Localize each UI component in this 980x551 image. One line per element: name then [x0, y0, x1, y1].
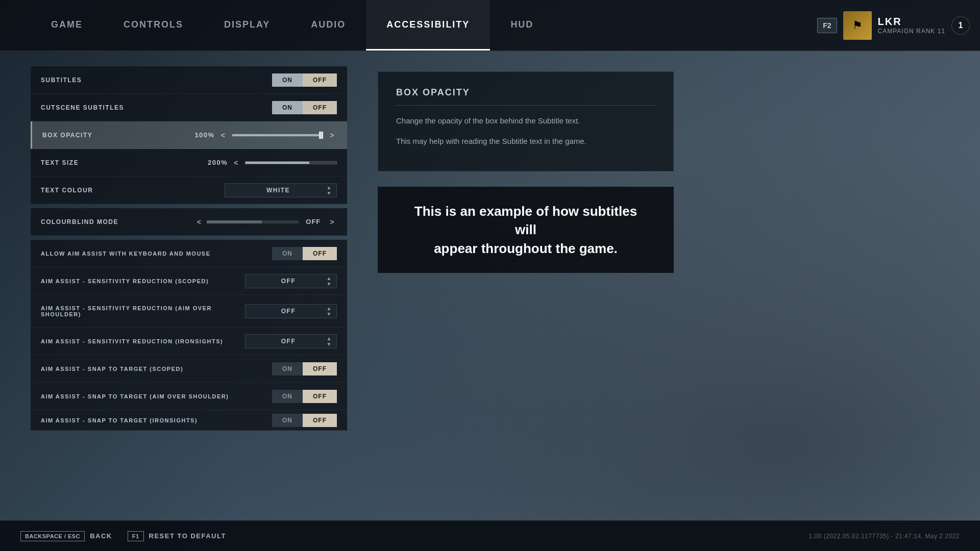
setting-cutscene-subtitles: CUTSCENE SUBTITLES ON OFF [31, 94, 347, 121]
tab-game[interactable]: GAME [31, 0, 103, 51]
setting-box-opacity: BOX OPACITY 100% < > [31, 121, 347, 149]
aim-snap-aim-over-label: AIM ASSIST - SNAP TO TARGET (AIM OVER SH… [41, 393, 272, 399]
nav-bar: GAME CONTROLS DISPLAY AUDIO ACCESSIBILIT… [0, 0, 980, 51]
setting-colourblind: COLOURBLIND MODE < OFF > [31, 208, 347, 236]
aim-sensitivity-aim-over-dropdown[interactable]: OFF ▲▼ [245, 304, 337, 318]
box-opacity-label: BOX OPACITY [42, 132, 192, 139]
setting-aim-snap-aim-over: AIM ASSIST - SNAP TO TARGET (AIM OVER SH… [31, 383, 347, 410]
chevron-down-icon-2: ▲▼ [327, 276, 332, 287]
tab-accessibility[interactable]: ACCESSIBILITY [366, 0, 490, 51]
info-title: BOX OPACITY [396, 87, 655, 106]
tab-audio[interactable]: AUDIO [290, 0, 366, 51]
info-box: BOX OPACITY Change the opacity of the bo… [378, 71, 674, 171]
aim-snap-aim-over-toggle: ON OFF [272, 390, 337, 403]
setting-aim-snap-scoped: AIM ASSIST - SNAP TO TARGET (SCOPED) ON … [31, 355, 347, 383]
aim-snap-scoped-label: AIM ASSIST - SNAP TO TARGET (SCOPED) [41, 366, 272, 372]
aim-sensitivity-ironsights-dropdown[interactable]: OFF ▲▼ [245, 334, 337, 348]
settings-panel: SUBTITLES ON OFF CUTSCENE SUBTITLES ON O… [0, 51, 347, 551]
colourblind-value: OFF [306, 218, 321, 226]
aim-sensitivity-scoped-label: AIM ASSIST - SENSITIVITY REDUCTION (SCOP… [41, 278, 245, 284]
setting-subtitles-label: SUBTITLES [41, 77, 272, 84]
aim-sensitivity-ironsights-label: AIM ASSIST - SENSITIVITY REDUCTION (IRON… [41, 338, 245, 344]
version-text: 1.00 (2022.05.02.1177735) - 21:47:14, Ma… [808, 533, 960, 540]
info-description-1: Change the opacity of the box behind the… [396, 115, 655, 127]
aim-snap-scoped-on-btn[interactable]: ON [272, 362, 303, 375]
box-opacity-fill [232, 134, 321, 136]
allow-aim-assist-label: ALLOW AIM ASSIST WITH KEYBOARD AND MOUSE [41, 251, 272, 257]
aim-snap-scoped-toggle: ON OFF [272, 362, 337, 375]
info-description-2: This may help with reading the Subtitle … [396, 135, 655, 147]
box-opacity-value: 100% [192, 131, 215, 139]
tab-controls[interactable]: CONTROLS [103, 0, 204, 51]
main-content: SUBTITLES ON OFF CUTSCENE SUBTITLES ON O… [0, 51, 980, 551]
aim-snap-aim-over-on-btn[interactable]: ON [272, 390, 303, 403]
text-size-value: 200% [205, 159, 228, 166]
setting-aim-sensitivity-scoped: AIM ASSIST - SENSITIVITY REDUCTION (SCOP… [31, 267, 347, 295]
box-opacity-right-arrow[interactable]: > [328, 130, 337, 140]
aim-sensitivity-scoped-value: OFF [281, 278, 296, 285]
chevron-down-icon-3: ▲▼ [327, 306, 332, 317]
setting-text-colour: TEXT COLOUR WHITE ▲▼ [31, 177, 347, 204]
text-size-label: TEXT SIZE [41, 159, 205, 166]
text-colour-value: WHITE [266, 187, 290, 194]
aim-assist-toggle: ON OFF [272, 247, 337, 260]
text-size-fill [246, 162, 309, 164]
aim-snap-ironsights-off-btn[interactable]: OFF [303, 414, 337, 427]
subtitles-on-btn[interactable]: ON [272, 73, 303, 87]
rank-number: 1 [951, 16, 970, 35]
text-size-left-arrow[interactable]: < [232, 158, 241, 168]
settings-list: SUBTITLES ON OFF CUTSCENE SUBTITLES ON O… [31, 66, 347, 431]
subtitle-example-box: This is an example of how subtitles will… [378, 187, 674, 273]
bottom-controls: BACKSPACE / ESC BACK F1 RESET TO DEFAULT [20, 531, 808, 541]
back-hint: BACKSPACE / ESC BACK [20, 531, 112, 541]
avatar: ⚑ [843, 11, 872, 40]
aim-snap-aim-over-off-btn[interactable]: OFF [303, 390, 337, 403]
aim-sensitivity-scoped-dropdown[interactable]: OFF ▲▼ [245, 274, 337, 288]
tab-hud[interactable]: HUD [490, 0, 554, 51]
setting-text-size: TEXT SIZE 200% < [31, 149, 347, 177]
colourblind-left-arrow[interactable]: < [195, 217, 204, 227]
box-opacity-thumb [319, 132, 323, 139]
setting-subtitles: SUBTITLES ON OFF [31, 66, 347, 94]
section-divider-1 [31, 204, 347, 208]
aim-snap-ironsights-on-btn[interactable]: ON [272, 414, 303, 427]
reset-hint: F1 RESET TO DEFAULT [128, 531, 226, 541]
setting-aim-sensitivity-ironsights: AIM ASSIST - SENSITIVITY REDUCTION (IRON… [31, 328, 347, 355]
box-opacity-slider-container: 100% < > [192, 130, 337, 140]
setting-aim-snap-ironsights: AIM ASSIST - SNAP TO TARGET (IRONSIGHTS)… [31, 410, 347, 431]
text-colour-dropdown[interactable]: WHITE ▲▼ [225, 183, 337, 197]
box-opacity-left-arrow[interactable]: < [219, 130, 228, 140]
aim-assist-on-btn[interactable]: ON [272, 247, 303, 260]
colourblind-container: < OFF > [195, 217, 337, 227]
user-details: LKR CAMPAIGN RANK 11 [878, 16, 945, 35]
text-size-slider-container: 200% < [205, 158, 337, 168]
cutscene-toggle: ON OFF [272, 101, 337, 114]
cutscene-on-btn[interactable]: ON [272, 101, 303, 114]
setting-cutscene-label: CUTSCENE SUBTITLES [41, 104, 272, 111]
chevron-down-icon-4: ▲▼ [327, 336, 332, 347]
colourblind-track[interactable] [207, 220, 299, 223]
nav-tabs: GAME CONTROLS DISPLAY AUDIO ACCESSIBILIT… [0, 0, 817, 51]
subtitle-example-text: This is an example of how subtitles will… [403, 202, 648, 258]
bottom-bar: BACKSPACE / ESC BACK F1 RESET TO DEFAULT… [0, 520, 980, 551]
box-opacity-track[interactable] [232, 134, 324, 137]
tab-display[interactable]: DISPLAY [204, 0, 290, 51]
user-info: F2 ⚑ LKR CAMPAIGN RANK 11 1 [817, 11, 980, 40]
colourblind-fill [207, 220, 262, 223]
aim-assist-off-btn[interactable]: OFF [303, 247, 337, 260]
section-divider-2 [31, 236, 347, 240]
text-size-track[interactable] [245, 161, 337, 164]
setting-allow-aim-assist: ALLOW AIM ASSIST WITH KEYBOARD AND MOUSE… [31, 240, 347, 267]
text-colour-label: TEXT COLOUR [41, 187, 225, 194]
aim-sensitivity-ironsights-value: OFF [281, 338, 296, 345]
subtitles-off-btn[interactable]: OFF [303, 73, 337, 87]
user-rank: CAMPAIGN RANK 11 [878, 28, 945, 35]
subtitles-toggle: ON OFF [272, 73, 337, 87]
f2-badge[interactable]: F2 [817, 18, 837, 33]
colourblind-label: COLOURBLIND MODE [41, 218, 195, 226]
colourblind-right-arrow[interactable]: > [328, 217, 337, 227]
reset-key-badge: F1 [128, 531, 144, 541]
aim-sensitivity-aim-over-value: OFF [281, 308, 296, 315]
aim-snap-scoped-off-btn[interactable]: OFF [303, 362, 337, 375]
cutscene-off-btn[interactable]: OFF [303, 101, 337, 114]
